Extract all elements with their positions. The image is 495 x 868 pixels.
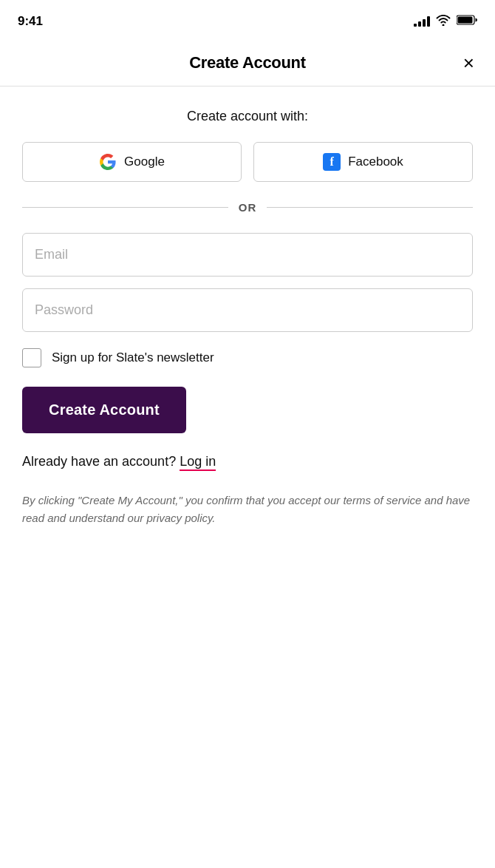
social-buttons-row: Google f Facebook — [22, 142, 473, 182]
or-divider: OR — [22, 201, 473, 214]
or-line-left — [22, 207, 228, 208]
wifi-icon — [436, 15, 451, 29]
status-bar: 9:41 — [0, 0, 495, 40]
or-line-right — [267, 207, 473, 208]
create-account-subtitle: Create account with: — [22, 109, 473, 124]
close-button[interactable]: × — [460, 50, 477, 75]
status-time: 9:41 — [18, 14, 43, 29]
create-account-button[interactable]: Create Account — [22, 387, 186, 433]
or-text: OR — [239, 201, 257, 214]
facebook-button[interactable]: f Facebook — [253, 142, 473, 182]
newsletter-label: Sign up for Slate's newsletter — [52, 350, 214, 365]
svg-rect-1 — [458, 17, 473, 24]
page-title: Create Account — [189, 53, 306, 72]
signal-icon — [414, 16, 430, 27]
login-link[interactable]: Log in — [180, 454, 216, 471]
status-icons — [414, 15, 477, 29]
facebook-icon: f — [323, 153, 341, 171]
email-field[interactable] — [22, 233, 473, 277]
google-button-label: Google — [124, 155, 165, 169]
password-field[interactable] — [22, 288, 473, 332]
page-header: Create Account × — [0, 40, 495, 87]
newsletter-row: Sign up for Slate's newsletter — [22, 348, 473, 367]
disclaimer-text: By clicking "Create My Account," you con… — [22, 492, 473, 527]
login-row: Already have an account? Log in — [22, 454, 473, 469]
facebook-button-label: Facebook — [348, 155, 403, 169]
newsletter-checkbox[interactable] — [22, 348, 41, 367]
google-icon — [99, 153, 117, 171]
already-account-text: Already have an account? — [22, 454, 176, 469]
google-button[interactable]: Google — [22, 142, 242, 182]
battery-icon — [457, 15, 477, 28]
main-content: Create account with: Google f Facebook O… — [0, 87, 495, 549]
